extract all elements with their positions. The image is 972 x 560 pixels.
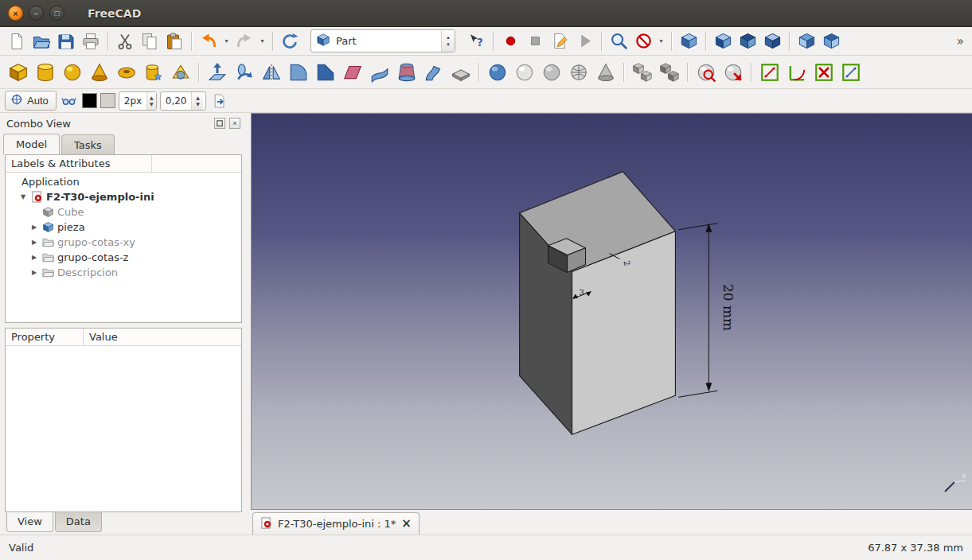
panel-close-icon[interactable]: × xyxy=(229,118,240,129)
cut-button[interactable] xyxy=(113,29,137,53)
part-makeface-button[interactable] xyxy=(339,59,365,86)
line-color-swatch[interactable] xyxy=(82,93,97,108)
part-thickness-button[interactable] xyxy=(538,59,564,86)
tree-item-label: Cube xyxy=(57,206,84,218)
expander-icon[interactable]: ▶ xyxy=(29,239,39,246)
workbench-selector[interactable]: Part ▴▾ xyxy=(310,29,455,52)
face-color-swatch[interactable] xyxy=(100,93,115,108)
part-sphere-button[interactable] xyxy=(59,59,85,86)
part-boolean-button[interactable] xyxy=(656,59,682,86)
line-width-spinner[interactable]: ▲▼ xyxy=(146,92,156,110)
part-section-button[interactable] xyxy=(447,59,474,86)
window-close-button[interactable]: × xyxy=(8,6,23,21)
text-scale-spinner[interactable]: ▲▼ xyxy=(191,92,203,110)
measure-clear-button[interactable] xyxy=(810,59,837,86)
refresh-button[interactable] xyxy=(278,29,302,53)
part-sweep-button[interactable] xyxy=(420,59,447,86)
panel-float-icon[interactable] xyxy=(214,118,225,129)
part-box-button[interactable] xyxy=(5,59,31,86)
tab-model[interactable]: Model xyxy=(3,134,60,154)
tree-item-document[interactable]: ▼ F2-T30-ejemplo-ini xyxy=(6,189,241,204)
model-solid[interactable] xyxy=(520,172,676,434)
expander-icon[interactable]: ▶ xyxy=(29,254,39,261)
tab-close-icon[interactable]: × xyxy=(401,518,412,530)
draft-plane-icon xyxy=(10,93,23,108)
text-scale-spinbox[interactable]: 0,20 ▲▼ xyxy=(160,91,206,111)
view-bottom-button[interactable] xyxy=(819,29,843,53)
save-button[interactable] xyxy=(54,29,78,53)
part-projection-button[interactable] xyxy=(565,59,591,86)
construction-mode-toggle[interactable] xyxy=(60,91,79,111)
part-offset3d-button[interactable] xyxy=(484,59,510,86)
redo-button[interactable] xyxy=(232,29,256,53)
tree-item-cube[interactable]: ▶Cube xyxy=(6,204,241,220)
window-maximize-button[interactable]: □ xyxy=(49,6,64,21)
part-loft-button[interactable] xyxy=(393,59,420,86)
measure-toggle-button[interactable] xyxy=(837,59,864,86)
part-attachment-button[interactable] xyxy=(592,59,619,86)
macro-edit-button[interactable] xyxy=(548,29,572,53)
part-defeaturing-button[interactable] xyxy=(720,59,746,86)
tree-item-application[interactable]: ▶ Application xyxy=(6,174,241,189)
part-mirror-button[interactable] xyxy=(258,59,284,86)
value-column-header[interactable]: Value xyxy=(84,329,241,345)
view-front-button[interactable] xyxy=(711,29,735,53)
part-compound-button[interactable] xyxy=(629,59,655,86)
part-primitives-button[interactable] xyxy=(140,59,166,86)
part-revolve-button[interactable] xyxy=(231,59,257,86)
view-rear-button[interactable] xyxy=(794,29,818,53)
expander-icon[interactable]: ▶ xyxy=(29,269,39,276)
draw-style-dropdown[interactable]: ▾ xyxy=(656,30,666,52)
undo-button[interactable] xyxy=(197,29,221,53)
apply-style-button[interactable] xyxy=(209,91,230,111)
property-column-header[interactable]: Property xyxy=(6,329,84,345)
window-minimize-button[interactable]: – xyxy=(29,6,44,21)
undo-dropdown[interactable]: ▾ xyxy=(221,30,232,52)
part-chamfer-button[interactable] xyxy=(312,59,338,86)
part-ruledsurface-button[interactable] xyxy=(366,59,392,86)
macro-stop-button[interactable] xyxy=(523,29,547,53)
part-cylinder-button[interactable] xyxy=(32,59,58,86)
tree-item-descripcion[interactable]: ▶Descripcion xyxy=(6,265,241,280)
document-tab[interactable]: F2-T30-ejemplo-ini : 1* × xyxy=(252,512,420,535)
macro-record-button[interactable] xyxy=(498,29,522,53)
draw-style-button[interactable] xyxy=(631,29,655,53)
redo-dropdown[interactable]: ▾ xyxy=(257,30,267,52)
tab-data[interactable]: Data xyxy=(55,512,102,532)
part-shapebuilder-button[interactable] xyxy=(167,59,193,86)
view-axonometric-button[interactable] xyxy=(677,29,701,53)
part-extrude-button[interactable] xyxy=(204,59,230,86)
tab-tasks[interactable]: Tasks xyxy=(61,134,115,154)
paste-button[interactable] xyxy=(162,29,186,53)
expander-icon[interactable]: ▶ xyxy=(29,224,39,231)
open-document-button[interactable] xyxy=(29,29,53,53)
tab-view[interactable]: View xyxy=(6,512,53,532)
tree-item-pieza[interactable]: ▶pieza xyxy=(6,220,241,235)
expander-icon[interactable]: ▼ xyxy=(18,193,28,200)
part-torus-button[interactable] xyxy=(113,59,139,86)
part-offset2d-button[interactable] xyxy=(511,59,537,86)
3d-viewport[interactable]: 20 mm 3 2 x xyxy=(251,113,972,510)
tree-item-grupo-cotas-z[interactable]: ▶grupo-cotas-z xyxy=(6,250,241,265)
measure-angular-button[interactable] xyxy=(783,59,810,86)
print-button[interactable] xyxy=(79,29,103,53)
measure-linear-button[interactable] xyxy=(756,59,783,86)
whats-this-button[interactable]: ? xyxy=(464,29,488,53)
toolbar-overflow-chevron[interactable]: » xyxy=(954,34,967,49)
workbench-spinner[interactable]: ▴▾ xyxy=(441,30,455,52)
tree-item-grupo-cotas-xy[interactable]: ▶grupo-cotas-xy xyxy=(6,235,241,250)
view-top-button[interactable] xyxy=(736,29,759,53)
fit-all-button[interactable] xyxy=(607,29,630,53)
copy-button[interactable] xyxy=(138,29,162,53)
part-cone-button[interactable] xyxy=(86,59,112,86)
part-check-geometry-button[interactable] xyxy=(693,59,719,86)
view-right-button[interactable] xyxy=(760,29,784,53)
line-width-spinbox[interactable]: 2px ▲▼ xyxy=(119,91,157,111)
3d-scene[interactable]: 20 mm 3 2 x xyxy=(252,114,972,509)
new-document-button[interactable] xyxy=(5,29,29,53)
draft-plane-auto-button[interactable]: Auto xyxy=(5,91,57,111)
macro-play-button[interactable] xyxy=(572,29,596,53)
part-fillet-button[interactable] xyxy=(285,59,311,86)
dim-height-label: 20 mm xyxy=(720,284,736,331)
document-tab-label: F2-T30-ejemplo-ini : 1* xyxy=(278,518,396,530)
